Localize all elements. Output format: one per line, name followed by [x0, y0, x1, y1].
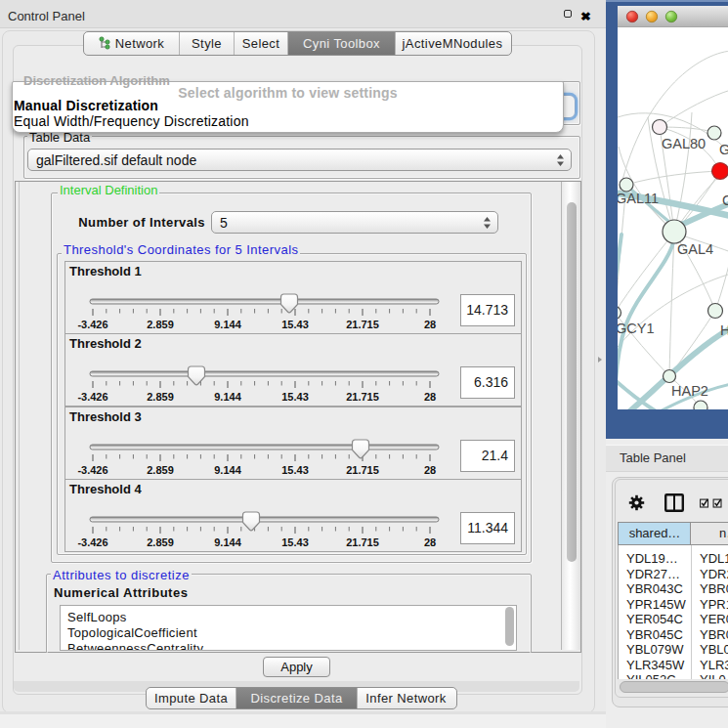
svg-text:GA: GA — [719, 142, 728, 157]
svg-text:2.859: 2.859 — [147, 391, 174, 403]
svg-text:9.144: 9.144 — [214, 391, 241, 403]
svg-text:15.43: 15.43 — [281, 464, 309, 476]
svg-text:-3.426: -3.426 — [77, 536, 107, 548]
svg-text:21.715: 21.715 — [346, 536, 379, 548]
svg-text:2.859: 2.859 — [147, 319, 174, 330]
svg-text:28: 28 — [424, 319, 436, 330]
svg-text:9.144: 9.144 — [214, 464, 241, 476]
svg-text:15.43: 15.43 — [281, 391, 309, 403]
svg-text:-3.426: -3.426 — [77, 464, 107, 476]
svg-text:28: 28 — [424, 391, 436, 403]
svg-text:15.43: 15.43 — [281, 536, 309, 548]
svg-text:-3.426: -3.426 — [77, 319, 107, 330]
svg-text:28: 28 — [424, 536, 436, 548]
svg-text:21.715: 21.715 — [346, 391, 379, 403]
svg-text:H: H — [720, 322, 728, 338]
svg-text:28: 28 — [424, 464, 436, 476]
svg-text:21.715: 21.715 — [346, 464, 379, 476]
svg-text:9.144: 9.144 — [214, 536, 241, 548]
svg-text:C: C — [722, 193, 728, 208]
svg-text:GAL80: GAL80 — [662, 136, 706, 151]
svg-text:HAP2: HAP2 — [671, 383, 708, 399]
svg-text:2.859: 2.859 — [147, 464, 174, 476]
svg-text:9.144: 9.144 — [214, 319, 241, 330]
svg-text:GCY1: GCY1 — [616, 321, 655, 336]
svg-text:15.43: 15.43 — [281, 319, 309, 330]
svg-text:GAL11: GAL11 — [616, 191, 659, 206]
svg-text:21.715: 21.715 — [346, 319, 379, 330]
svg-text:GAL4: GAL4 — [677, 241, 713, 257]
svg-text:-3.426: -3.426 — [77, 391, 107, 403]
svg-text:2.859: 2.859 — [147, 536, 174, 548]
